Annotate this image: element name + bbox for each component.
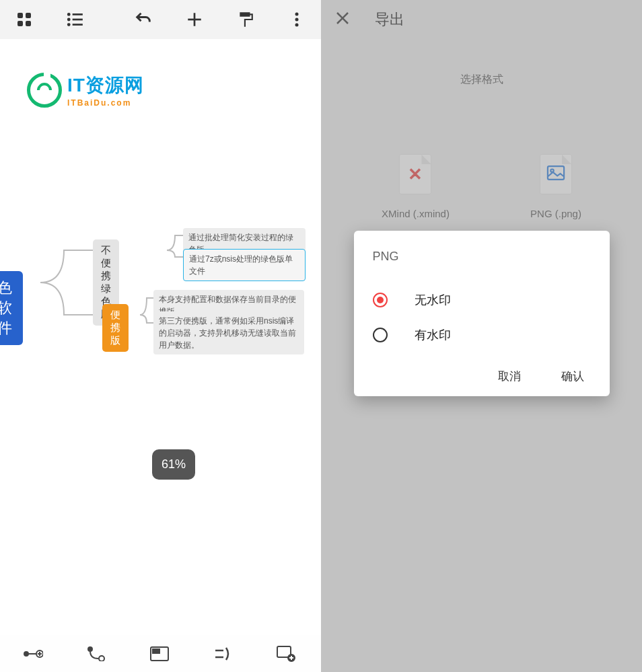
collapse-icon[interactable] bbox=[213, 644, 233, 664]
logo-mark-icon bbox=[27, 73, 62, 108]
svg-point-20 bbox=[88, 647, 92, 651]
svg-point-7 bbox=[68, 13, 69, 15]
radio-no-watermark[interactable]: 无水印 bbox=[373, 283, 591, 318]
svg-point-21 bbox=[99, 656, 104, 661]
zoom-indicator: 61% bbox=[152, 449, 195, 480]
svg-point-12 bbox=[295, 13, 299, 16]
grid-icon[interactable] bbox=[15, 10, 34, 29]
logo: IT资源网 ITBaiDu.com bbox=[27, 73, 144, 108]
mindmap-leaf[interactable]: 第三方便携版，通常例如采用nsis编译的启动器，支持异机移动无缝读取当前用户数据… bbox=[153, 311, 304, 354]
export-panel: 导出 选择格式 ✕ XMind (.xmind) PNG (.png) PNG … bbox=[321, 0, 642, 672]
radio-label: 无水印 bbox=[415, 292, 451, 308]
logo-title: IT资源网 bbox=[67, 73, 144, 98]
add-sibling-icon[interactable] bbox=[86, 644, 106, 664]
mindmap-canvas[interactable]: IT资源网 ITBaiDu.com 色软件 不便携绿色版 便携版 通过批处理简化… bbox=[0, 39, 321, 635]
svg-rect-0 bbox=[17, 13, 23, 18]
mindmap-root-node[interactable]: 色软件 bbox=[0, 271, 23, 345]
svg-rect-1 bbox=[26, 13, 31, 18]
top-toolbar bbox=[0, 0, 321, 39]
radio-with-watermark[interactable]: 有水印 bbox=[373, 318, 591, 352]
mindmap-node-portable[interactable]: 便携版 bbox=[102, 304, 129, 352]
svg-point-8 bbox=[68, 19, 69, 20]
layout-icon[interactable] bbox=[149, 644, 170, 664]
dialog-title: PNG bbox=[373, 250, 591, 264]
bottom-toolbar bbox=[0, 635, 321, 672]
svg-point-15 bbox=[24, 652, 28, 656]
svg-point-13 bbox=[295, 18, 299, 22]
radio-label: 有水印 bbox=[415, 327, 451, 343]
svg-point-9 bbox=[68, 24, 69, 26]
mindmap-leaf-selected[interactable]: 通过7z或nsis处理的绿色版单文件 bbox=[183, 249, 306, 281]
svg-point-14 bbox=[295, 24, 299, 27]
add-icon[interactable] bbox=[185, 10, 204, 29]
more-icon[interactable] bbox=[287, 10, 306, 29]
confirm-button[interactable]: 确认 bbox=[561, 369, 584, 384]
png-export-dialog: PNG 无水印 有水印 取消 确认 bbox=[354, 231, 610, 396]
add-child-icon[interactable] bbox=[23, 644, 43, 664]
radio-icon bbox=[373, 293, 388, 307]
cancel-button[interactable]: 取消 bbox=[498, 369, 521, 384]
radio-icon bbox=[373, 328, 388, 342]
undo-icon[interactable] bbox=[134, 10, 153, 29]
editor-panel: IT资源网 ITBaiDu.com 色软件 不便携绿色版 便携版 通过批处理简化… bbox=[0, 0, 321, 672]
list-icon[interactable] bbox=[66, 10, 85, 29]
format-paint-icon[interactable] bbox=[236, 10, 255, 29]
svg-rect-23 bbox=[153, 649, 159, 653]
svg-rect-2 bbox=[17, 21, 23, 26]
logo-subtitle: ITBaiDu.com bbox=[67, 98, 144, 108]
svg-rect-3 bbox=[26, 21, 31, 26]
add-box-icon[interactable] bbox=[276, 644, 296, 664]
dialog-actions: 取消 确认 bbox=[373, 369, 591, 384]
